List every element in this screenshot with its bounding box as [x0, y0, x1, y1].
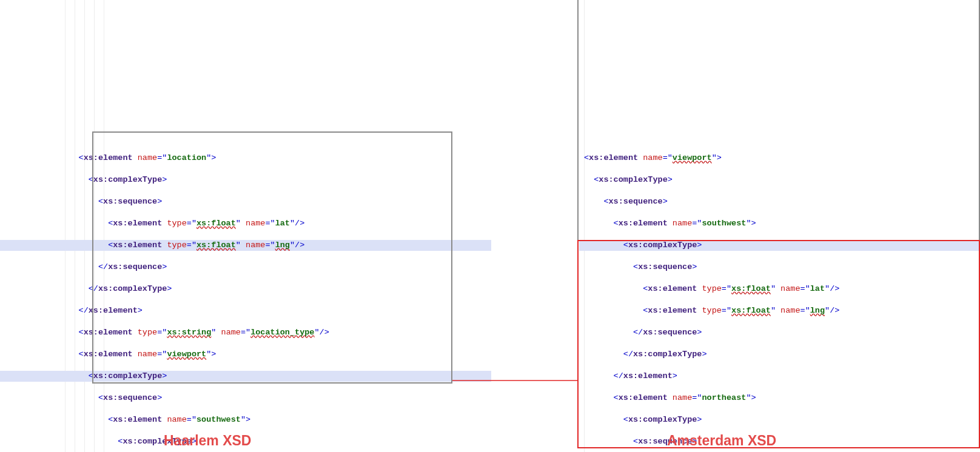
right-caption: Amsterdam XSD: [667, 435, 776, 446]
right-xsd-panel: <xs:element name="viewport"> <xs:complex…: [579, 0, 979, 452]
left-xsd-panel: <xs:element name="location"> <xs:complex…: [0, 0, 503, 452]
code-left[interactable]: <xs:element name="location"> <xs:complex…: [0, 142, 503, 452]
left-caption: Haarlem XSD: [164, 435, 251, 446]
code-right[interactable]: <xs:element name="viewport"> <xs:complex…: [579, 142, 979, 452]
